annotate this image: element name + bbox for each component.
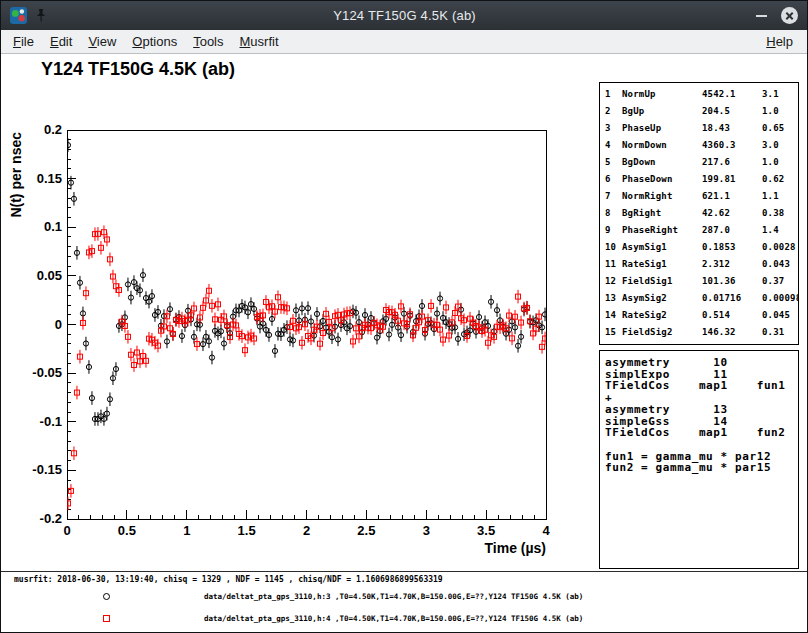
param-row: 12FieldSig1101.360.37: [605, 273, 793, 290]
svg-text:0.1: 0.1: [44, 219, 62, 234]
param-row: 14RateSig20.5140.045: [605, 307, 793, 324]
menu-item-help[interactable]: Help: [756, 32, 803, 51]
param-row: 2BgUp204.51.0: [605, 103, 793, 120]
menu-item-view[interactable]: View: [80, 32, 124, 51]
svg-text:0.5: 0.5: [118, 523, 136, 538]
svg-text:3: 3: [423, 523, 430, 538]
svg-text:0: 0: [55, 317, 62, 332]
theory-box: asymmetry 10 simplExpo 11 TFieldCos map1…: [599, 350, 799, 569]
titlebar[interactable]: Y124 TF150G 4.5K (ab): [1, 1, 807, 30]
legend-square-marker-icon: [103, 615, 110, 622]
svg-text:3.5: 3.5: [477, 523, 495, 538]
plot-title: Y124 TF150G 4.5K (ab): [41, 59, 235, 80]
legend-circle-marker-icon: [103, 593, 110, 600]
svg-text:1.5: 1.5: [238, 523, 256, 538]
window-controls: [754, 7, 798, 24]
param-row: 9PhaseRight287.01.4: [605, 222, 793, 239]
svg-text:-0.1: -0.1: [40, 414, 62, 429]
svg-text:0.05: 0.05: [37, 268, 62, 283]
svg-text:-0.05: -0.05: [32, 365, 62, 380]
svg-text:N(t) per nsec: N(t) per nsec: [8, 132, 24, 218]
menu-item-edit[interactable]: Edit: [42, 32, 80, 51]
svg-text:Time (µs): Time (µs): [485, 540, 547, 556]
param-row: 6PhaseDown199.810.62: [605, 171, 793, 188]
svg-text:0.2: 0.2: [44, 122, 62, 137]
root-canvas[interactable]: Y124 TF150G 4.5K (ab) 00.511.522.533.54-…: [1, 54, 807, 632]
legend-row: data/deltat_pta_gps_3110,h:4 ,T0=4.50K,T…: [1, 610, 807, 628]
param-row: 8BgRight42.620.38: [605, 205, 793, 222]
menu-item-musrfit[interactable]: Musrfit: [232, 32, 287, 51]
svg-text:-0.2: -0.2: [40, 511, 62, 526]
pin-icon[interactable]: [35, 8, 47, 23]
svg-text:4: 4: [542, 523, 550, 538]
param-row: 10AsymSig10.18530.0028: [605, 239, 793, 256]
menu-item-file[interactable]: File: [5, 32, 42, 51]
legend-row: data/deltat_pta_gps_3110,h:3 ,T0=4.50K,T…: [1, 588, 807, 606]
axes-ticks: [67, 130, 546, 519]
application-window: Y124 TF150G 4.5K (ab) FileEditViewOption…: [0, 0, 808, 633]
menubar: FileEditViewOptionsToolsMusrfit Help: [1, 30, 807, 54]
close-icon[interactable]: [781, 7, 798, 24]
param-row: 1NormUp4542.13.1: [605, 86, 793, 103]
param-row: 7NormRight621.11.1: [605, 188, 793, 205]
svg-text:0.15: 0.15: [37, 171, 62, 186]
root-app-icon[interactable]: [10, 7, 27, 24]
menu-item-tools[interactable]: Tools: [185, 32, 231, 51]
menu-item-options[interactable]: Options: [124, 32, 185, 51]
svg-text:2.5: 2.5: [357, 523, 375, 538]
svg-text:2: 2: [303, 523, 310, 538]
svg-text:1: 1: [183, 523, 190, 538]
pad-separator: [1, 571, 807, 572]
param-row: 11RateSig12.3120.043: [605, 256, 793, 273]
data-series-square: [65, 225, 547, 510]
menu-items: FileEditViewOptionsToolsMusrfit: [5, 32, 287, 51]
legend-text: data/deltat_pta_gps_3110,h:3 ,T0=4.50K,T…: [204, 592, 583, 601]
theory-text: asymmetry 10 simplExpo 11 TFieldCos map1…: [605, 357, 793, 474]
fit-status-text: musrfit: 2018-06-30, 13:19:40, chisq = 1…: [14, 575, 443, 584]
window-title: Y124 TF150G 4.5K (ab): [55, 8, 754, 23]
minimize-icon[interactable]: [754, 8, 769, 23]
data-series-circle: [65, 138, 547, 425]
legend-text: data/deltat_pta_gps_3110,h:4 ,T0=4.50K,T…: [204, 614, 583, 623]
param-row: 5BgDown217.61.0: [605, 154, 793, 171]
svg-text:0: 0: [63, 523, 70, 538]
plot-area[interactable]: 00.511.522.533.54-0.2-0.15-0.1-0.0500.05…: [1, 94, 581, 569]
param-row: 15FieldSig2146.320.31: [605, 324, 793, 341]
fit-parameter-box: 1NormUp4542.13.12BgUp204.51.03PhaseUp18.…: [599, 82, 799, 345]
param-row: 3PhaseUp18.430.65: [605, 120, 793, 137]
svg-text:-0.15: -0.15: [32, 462, 62, 477]
param-row: 4NormDown4360.33.0: [605, 137, 793, 154]
param-row: 13AsymSig20.017160.00098: [605, 290, 793, 307]
